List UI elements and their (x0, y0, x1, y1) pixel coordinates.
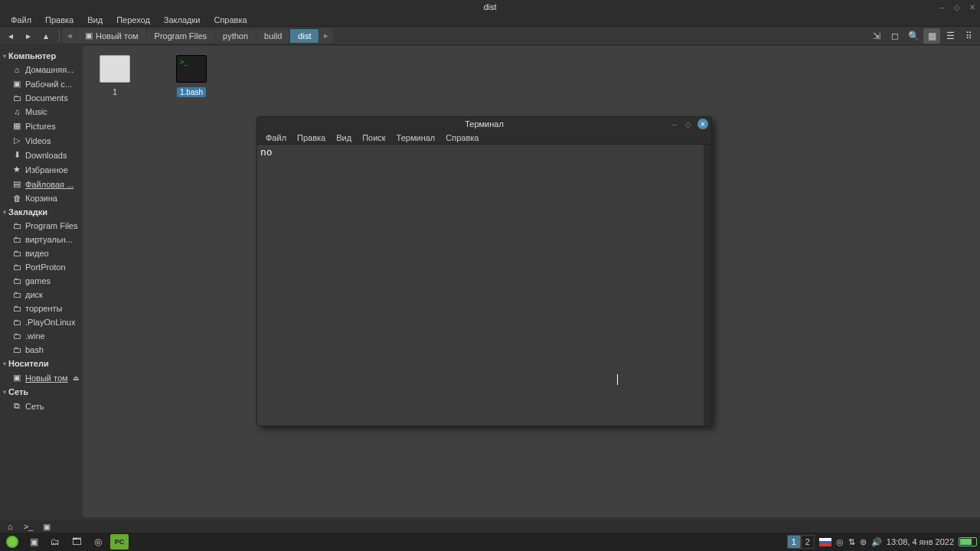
volume-tray-icon[interactable]: 🔊 (871, 537, 882, 547)
start-menu-icon[interactable] (3, 534, 21, 549)
file-item[interactable]: 1 (92, 55, 138, 97)
sidebar-section-header[interactable]: Компьютер (0, 49, 83, 63)
folder-icon: 🗀 (12, 221, 21, 230)
firefox-launcher-icon[interactable]: 🗔 (67, 534, 86, 549)
app-menubar: Файл Правка Вид Переход Закладки Справка (0, 14, 980, 27)
sidebar-item-label: торренты (25, 304, 62, 313)
menu-file[interactable]: Файл (5, 15, 38, 25)
terminal-titlebar[interactable]: Терминал – ◇ × (257, 117, 711, 131)
sidebar-section-header[interactable]: Закладки (0, 205, 83, 219)
home-icon[interactable]: ⌂ (3, 521, 17, 532)
minimize-icon[interactable]: – (937, 2, 946, 11)
sidebar-item[interactable]: 🗀.wine (0, 329, 83, 343)
sidebar-item[interactable]: 🗀Documents (0, 91, 83, 105)
term-menu-file[interactable]: Файл (260, 132, 292, 143)
term-menu-terminal[interactable]: Терминал (391, 132, 441, 143)
file-label: 1.bash (177, 87, 206, 97)
sidebar-item-label: Файловая ... (25, 180, 74, 189)
breadcrumb-item[interactable]: build (256, 29, 289, 43)
new-tab-icon[interactable]: ◻ (887, 28, 903, 44)
obs-launcher-icon[interactable]: ◎ (89, 534, 107, 549)
sidebar-item[interactable]: ▣Рабочий с... (0, 77, 83, 91)
sidebar-item[interactable]: 🗀PortProton (0, 260, 83, 274)
toggle-path-icon[interactable]: ⇲ (868, 28, 885, 44)
maximize-icon[interactable]: ◇ (952, 2, 962, 11)
sidebar-item[interactable]: ♫Music (0, 105, 83, 119)
keyboard-layout-icon[interactable] (819, 538, 831, 546)
back-button[interactable]: ◂ (3, 28, 18, 44)
sidebar-item-label: Рабочий с... (25, 80, 72, 89)
terminal-maximize-icon[interactable]: ◇ (684, 119, 693, 129)
breadcrumb-item[interactable]: dist (290, 29, 318, 43)
icon-view-button[interactable]: ▦ (923, 28, 940, 44)
sidebar-item[interactable]: ⧉Сеть (0, 399, 83, 413)
workspace-2[interactable]: 2 (801, 535, 815, 549)
breadcrumb-item[interactable]: Program Files (147, 29, 214, 43)
list-view-button[interactable]: ☰ (942, 28, 959, 44)
menu-view[interactable]: Вид (81, 15, 109, 25)
obs-tray-icon[interactable]: ◎ (836, 537, 844, 547)
sidebar-item[interactable]: 🗀виртуальн... (0, 233, 83, 246)
window-titlebar: dist – ◇ ✕ (0, 0, 980, 14)
search-icon[interactable]: 🔍 (905, 28, 922, 44)
menu-help[interactable]: Справка (207, 15, 253, 25)
folder-icon: 🗀 (12, 276, 21, 285)
sidebar-item-label: Сеть (25, 402, 44, 411)
sidebar-item[interactable]: ▤Файловая ... (0, 177, 83, 191)
sidebar-section-header[interactable]: Носители (0, 357, 83, 370)
files-launcher-icon[interactable]: 🗂 (46, 534, 64, 549)
sidebar-item-label: Корзина (25, 194, 57, 203)
sidebar-item-label: Videos (25, 136, 51, 145)
sidebar-item[interactable]: 🗀видео (0, 246, 83, 260)
close-icon[interactable]: ✕ (968, 2, 977, 11)
sidebar-item[interactable]: ⬇Downloads (0, 148, 83, 162)
file-item[interactable]: 1.bash (168, 55, 214, 97)
terminal-window[interactable]: Терминал – ◇ × Файл Правка Вид Поиск Тер… (256, 116, 712, 426)
sidebar-item[interactable]: 🗀games (0, 274, 83, 288)
term-menu-search[interactable]: Поиск (357, 132, 390, 143)
network-tray-icon[interactable]: ⇅ (848, 537, 855, 547)
term-menu-view[interactable]: Вид (331, 132, 357, 143)
bottom-toolbar: ⌂ >_ ▣ (0, 520, 980, 533)
terminal-minimize-icon[interactable]: – (670, 119, 679, 129)
terminal-close-icon[interactable]: × (697, 119, 708, 129)
sidebar-item[interactable]: 🗀торренты (0, 302, 83, 315)
sidebar-item[interactable]: 🗀Program Files (0, 219, 83, 233)
wifi-tray-icon[interactable]: ⊚ (860, 537, 867, 547)
show-desktop-icon[interactable]: ▣ (24, 534, 43, 549)
breadcrumb-next[interactable]: ▸ (319, 28, 333, 43)
menu-bookmarks[interactable]: Закладки (158, 15, 207, 25)
eject-icon[interactable]: ⏏ (73, 374, 80, 382)
script-file-icon (176, 55, 207, 83)
forward-button[interactable]: ▸ (21, 28, 36, 44)
breadcrumb-item[interactable]: python (215, 29, 256, 43)
sidebar-item[interactable]: ▦Pictures (0, 119, 83, 133)
clock[interactable]: 13:08, 4 янв 2022 (887, 537, 954, 546)
breadcrumb-prev[interactable]: ◂ (63, 28, 77, 43)
menu-go[interactable]: Переход (110, 15, 156, 25)
compact-view-button[interactable]: ⠿ (960, 28, 977, 44)
up-button[interactable]: ▴ (38, 28, 54, 44)
pycharm-launcher-icon[interactable]: PC (110, 534, 129, 549)
term-menu-edit[interactable]: Правка (292, 132, 331, 143)
sidebar-item[interactable]: 🗑Корзина (0, 191, 83, 205)
sidebar-item[interactable]: ▷Videos (0, 133, 83, 148)
sidebar-item[interactable]: 🗀диск (0, 288, 83, 302)
menu-edit[interactable]: Правка (39, 15, 80, 25)
folder-icon: 🗀 (12, 304, 21, 313)
workspace-1[interactable]: 1 (787, 535, 801, 549)
terminal-scrollbar[interactable] (704, 145, 711, 425)
workspace-switcher[interactable]: 1 2 (787, 535, 815, 549)
sidebar-item[interactable]: ⌂Домашняя... (0, 63, 83, 77)
clipboard-icon[interactable]: ▣ (40, 521, 54, 532)
battery-tray-icon[interactable] (959, 537, 977, 546)
sidebar-item[interactable]: ★Избранное (0, 162, 83, 177)
terminal-body[interactable]: no (257, 145, 711, 425)
terminal-shortcut-icon[interactable]: >_ (21, 521, 35, 532)
sidebar-item[interactable]: ▣Новый том⏏ (0, 370, 83, 385)
sidebar-item[interactable]: 🗀bash (0, 343, 83, 357)
term-menu-help[interactable]: Справка (440, 132, 484, 143)
sidebar-item[interactable]: 🗀.PlayOnLinux (0, 315, 83, 329)
sidebar-section-header[interactable]: Сеть (0, 385, 83, 399)
breadcrumb-volume[interactable]: ▣ Новый том (77, 28, 146, 43)
